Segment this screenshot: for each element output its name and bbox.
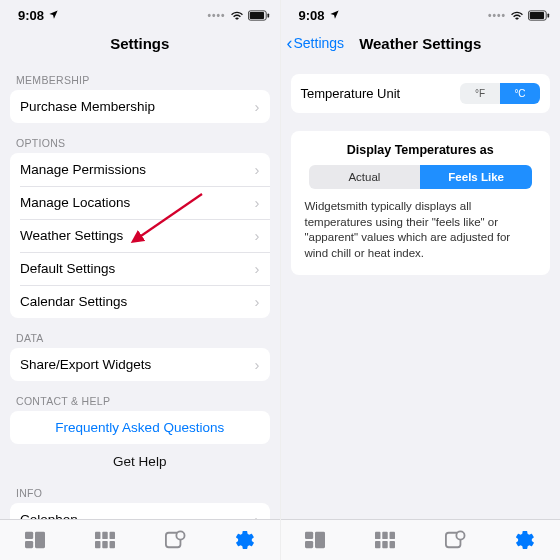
settings-content: MEMBERSHIP Purchase Membership › OPTIONS… bbox=[0, 60, 280, 519]
group-options: Manage Permissions › Manage Locations › … bbox=[10, 153, 270, 318]
screen-weather-settings: 9:08 •••• ‹ Settings Weather Settings Te… bbox=[281, 0, 561, 560]
svg-rect-18 bbox=[305, 541, 313, 548]
row-get-help[interactable]: Get Help bbox=[10, 444, 270, 483]
svg-rect-3 bbox=[25, 532, 33, 539]
svg-rect-24 bbox=[383, 541, 388, 548]
tab-shape[interactable] bbox=[160, 530, 190, 550]
svg-rect-8 bbox=[109, 532, 114, 539]
svg-rect-4 bbox=[25, 541, 33, 548]
screen-settings: 9:08 •••• Settings MEMBERSHIP Purchase M… bbox=[0, 0, 281, 560]
group-membership: Purchase Membership › bbox=[10, 90, 270, 123]
status-time: 9:08 bbox=[18, 8, 44, 23]
tab-bar bbox=[281, 519, 561, 560]
svg-rect-16 bbox=[547, 13, 549, 17]
tab-shape[interactable] bbox=[440, 530, 470, 550]
group-info: Colophon › Acknowledgements › bbox=[10, 503, 270, 519]
opt-celsius[interactable]: °C bbox=[500, 83, 540, 104]
segment-temp-unit[interactable]: °F °C bbox=[460, 83, 540, 104]
nav-title: Settings bbox=[110, 35, 169, 52]
svg-point-27 bbox=[457, 531, 465, 539]
section-header-membership: MEMBERSHIP bbox=[10, 60, 270, 90]
nav-bar: Settings bbox=[0, 26, 280, 60]
tab-widgets[interactable] bbox=[20, 530, 50, 550]
group-contact: Frequently Asked Questions bbox=[10, 411, 270, 444]
svg-rect-20 bbox=[375, 532, 380, 539]
location-arrow-icon bbox=[329, 8, 340, 23]
status-right-icons: •••• bbox=[488, 10, 550, 21]
opt-feels-like[interactable]: Feels Like bbox=[420, 165, 532, 189]
row-calendar-settings[interactable]: Calendar Settings › bbox=[10, 285, 270, 318]
row-temperature-unit: Temperature Unit °F °C bbox=[291, 74, 551, 113]
svg-rect-22 bbox=[390, 532, 395, 539]
tab-bar bbox=[0, 519, 280, 560]
svg-point-13 bbox=[176, 531, 184, 539]
chevron-right-icon: › bbox=[255, 511, 260, 519]
svg-rect-25 bbox=[390, 541, 395, 548]
section-header-options: OPTIONS bbox=[10, 123, 270, 153]
svg-rect-17 bbox=[305, 532, 313, 539]
svg-rect-5 bbox=[35, 532, 45, 548]
chevron-left-icon: ‹ bbox=[287, 34, 293, 52]
status-time: 9:08 bbox=[299, 8, 325, 23]
tab-widgets[interactable] bbox=[300, 530, 330, 550]
svg-rect-10 bbox=[102, 541, 107, 548]
status-bar: 9:08 •••• bbox=[281, 0, 561, 26]
chevron-right-icon: › bbox=[255, 194, 260, 211]
svg-rect-1 bbox=[249, 12, 263, 19]
svg-rect-19 bbox=[315, 532, 325, 548]
row-share-export[interactable]: Share/Export Widgets › bbox=[10, 348, 270, 381]
display-temp-desc: Widgetsmith typically displays all tempe… bbox=[303, 199, 539, 261]
card-display-temp: Display Temperatures as Actual Feels Lik… bbox=[291, 131, 551, 275]
status-bar: 9:08 •••• bbox=[0, 0, 280, 26]
status-right-icons: •••• bbox=[207, 10, 269, 21]
svg-rect-9 bbox=[95, 541, 100, 548]
nav-back-button[interactable]: ‹ Settings bbox=[287, 34, 345, 52]
opt-actual[interactable]: Actual bbox=[309, 165, 421, 189]
chevron-right-icon: › bbox=[255, 98, 260, 115]
tab-settings-gear[interactable] bbox=[230, 529, 260, 551]
location-arrow-icon bbox=[48, 8, 59, 23]
chevron-right-icon: › bbox=[255, 227, 260, 244]
chevron-right-icon: › bbox=[255, 356, 260, 373]
row-default-settings[interactable]: Default Settings › bbox=[10, 252, 270, 285]
svg-rect-21 bbox=[383, 532, 388, 539]
section-header-info: INFO bbox=[10, 483, 270, 503]
row-manage-permissions[interactable]: Manage Permissions › bbox=[10, 153, 270, 186]
chevron-right-icon: › bbox=[255, 161, 260, 178]
row-colophon[interactable]: Colophon › bbox=[10, 503, 270, 519]
row-faq[interactable]: Frequently Asked Questions bbox=[10, 411, 270, 444]
row-weather-settings[interactable]: Weather Settings › bbox=[10, 219, 270, 252]
svg-rect-15 bbox=[530, 12, 544, 19]
nav-bar: ‹ Settings Weather Settings bbox=[281, 26, 561, 60]
row-manage-locations[interactable]: Manage Locations › bbox=[10, 186, 270, 219]
section-header-contact: CONTACT & HELP bbox=[10, 381, 270, 411]
tab-settings-gear[interactable] bbox=[510, 529, 540, 551]
svg-rect-2 bbox=[267, 13, 269, 17]
opt-fahrenheit[interactable]: °F bbox=[460, 83, 500, 104]
temperature-unit-label: Temperature Unit bbox=[301, 86, 401, 101]
tab-grid[interactable] bbox=[90, 530, 120, 550]
section-header-data: DATA bbox=[10, 318, 270, 348]
tab-grid[interactable] bbox=[370, 530, 400, 550]
row-purchase-membership[interactable]: Purchase Membership › bbox=[10, 90, 270, 123]
group-data: Share/Export Widgets › bbox=[10, 348, 270, 381]
svg-rect-7 bbox=[102, 532, 107, 539]
segment-display-temp[interactable]: Actual Feels Like bbox=[309, 165, 533, 189]
svg-rect-23 bbox=[375, 541, 380, 548]
weather-content: Temperature Unit °F °C Display Temperatu… bbox=[281, 60, 561, 519]
svg-rect-6 bbox=[95, 532, 100, 539]
svg-rect-11 bbox=[109, 541, 114, 548]
nav-title: Weather Settings bbox=[359, 35, 481, 52]
chevron-right-icon: › bbox=[255, 260, 260, 277]
display-temp-title: Display Temperatures as bbox=[303, 143, 539, 157]
chevron-right-icon: › bbox=[255, 293, 260, 310]
